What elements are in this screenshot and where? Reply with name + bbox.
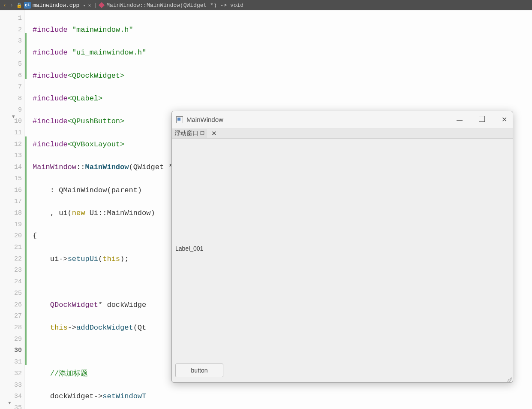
line-number: 28	[0, 322, 22, 334]
line-number: 17	[0, 196, 22, 208]
line-number: 13	[0, 150, 22, 162]
close-button[interactable]	[499, 115, 509, 124]
line-number: 1	[0, 13, 22, 24]
maximize-button[interactable]	[479, 116, 485, 122]
line-number: 16	[0, 185, 22, 197]
line-number: 24	[0, 276, 22, 288]
cpp-file-icon: c+	[24, 2, 31, 9]
line-number: ▼34	[0, 391, 22, 403]
line-number: 26	[0, 300, 22, 311]
minimize-button[interactable]	[454, 116, 465, 123]
qt-push-button[interactable]: button	[175, 364, 223, 377]
resize-grip-icon[interactable]	[507, 376, 512, 382]
line-number: 30	[0, 345, 22, 357]
symbol-icon	[99, 2, 105, 8]
line-number: ▼9	[0, 105, 22, 116]
line-number: 5	[0, 59, 22, 70]
line-number: 11	[0, 127, 22, 139]
qt-main-window[interactable]: MainWindow 浮动窗口❐ ✕ Label_001 button	[171, 111, 513, 383]
line-number: 35	[0, 403, 22, 409]
dock-close-icon[interactable]: ✕	[211, 130, 217, 137]
qt-titlebar[interactable]: MainWindow	[172, 111, 513, 128]
qt-dock-title: 浮动窗口❐	[172, 129, 207, 138]
qt-dock-header[interactable]: 浮动窗口❐ ✕	[172, 128, 513, 139]
nav-arrows: ‹ ›	[2, 2, 15, 9]
dock-float-icon[interactable]: ❐	[200, 130, 204, 136]
line-number: 6	[0, 70, 22, 82]
line-number: 8	[0, 93, 22, 105]
qt-window-title: MainWindow	[186, 116, 223, 123]
line-number: 4	[0, 47, 22, 59]
line-number: 31	[0, 357, 22, 368]
line-number: 32	[0, 368, 22, 380]
line-number: 20	[0, 230, 22, 242]
qt-app-icon	[176, 116, 183, 123]
tab-dropdown-icon[interactable]: ▾	[83, 3, 86, 8]
line-number: 25	[0, 288, 22, 300]
line-number: 33	[0, 380, 22, 391]
qt-label: Label_001	[175, 245, 203, 252]
breadcrumb-label[interactable]: MainWindow::MainWindow(QWidget *) -> voi…	[106, 2, 243, 9]
tab-actions: ▾ ✕	[83, 3, 91, 8]
tab-close-icon[interactable]: ✕	[88, 3, 91, 8]
line-number-gutter: 1 2 3 4 5 6 7 8 ▼9 10 11 12 13 14 15 16 …	[0, 10, 25, 409]
breadcrumb-separator: |	[93, 2, 97, 9]
nav-back-icon[interactable]: ‹	[2, 2, 8, 9]
line-number: 7	[0, 82, 22, 93]
line-number: 29	[0, 334, 22, 345]
line-number: 22	[0, 254, 22, 265]
line-number: 3	[0, 36, 22, 47]
line-number: 2	[0, 24, 22, 36]
line-number: 12	[0, 139, 22, 151]
line-number: 21	[0, 242, 22, 254]
line-number: 14	[0, 162, 22, 173]
lock-icon: 🔒	[16, 3, 22, 8]
line-number: 23	[0, 265, 22, 276]
filename-label[interactable]: mainwindow.cpp	[33, 2, 79, 9]
line-number: 27	[0, 311, 22, 322]
qt-dock-body: Label_001 button	[172, 139, 513, 382]
line-number: 19	[0, 219, 22, 231]
ide-titlebar: ‹ › 🔒 c+ mainwindow.cpp ▾ ✕ | MainWindow…	[0, 0, 532, 10]
line-number: 10	[0, 116, 22, 127]
nav-forward-icon[interactable]: ›	[9, 2, 15, 9]
qt-window-buttons	[454, 115, 509, 124]
line-number: 18	[0, 208, 22, 219]
line-number: 15	[0, 173, 22, 185]
